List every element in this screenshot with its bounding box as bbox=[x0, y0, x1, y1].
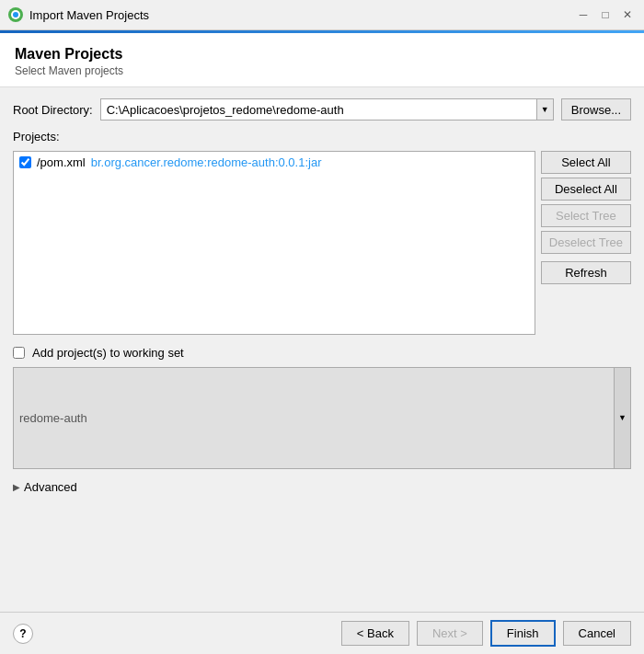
working-set-label: Add project(s) to working set bbox=[32, 346, 184, 360]
dialog-title: Maven Projects bbox=[15, 46, 629, 63]
working-set-combo[interactable]: ▼ bbox=[13, 367, 631, 469]
root-directory-label: Root Directory: bbox=[13, 103, 93, 117]
title-bar: Import Maven Projects ─ □ ✕ bbox=[0, 0, 644, 30]
project-artifact: br.org.cancer.redome:redome-auth:0.0.1:j… bbox=[91, 155, 322, 169]
svg-point-2 bbox=[13, 12, 18, 17]
title-bar-controls: ─ □ ✕ bbox=[574, 6, 637, 24]
dialog-content: Maven Projects Select Maven projects Roo… bbox=[0, 33, 644, 654]
select-all-button[interactable]: Select All bbox=[541, 151, 631, 174]
root-directory-combo[interactable]: ▼ bbox=[100, 98, 554, 120]
working-set-dropdown-arrow[interactable]: ▼ bbox=[614, 368, 630, 468]
root-directory-input[interactable] bbox=[101, 99, 536, 120]
root-directory-dropdown-arrow[interactable]: ▼ bbox=[536, 99, 553, 120]
select-tree-button[interactable]: Select Tree bbox=[541, 204, 631, 227]
advanced-label: Advanced bbox=[24, 480, 77, 494]
finish-button[interactable]: Finish bbox=[490, 620, 556, 647]
projects-label: Projects: bbox=[13, 130, 631, 143]
app-icon bbox=[7, 6, 24, 23]
project-checkbox[interactable] bbox=[19, 156, 31, 168]
browse-button[interactable]: Browse... bbox=[561, 98, 631, 120]
minimize-button[interactable]: ─ bbox=[574, 6, 592, 24]
title-bar-text: Import Maven Projects bbox=[29, 8, 569, 22]
advanced-arrow-icon: ▶ bbox=[13, 482, 20, 492]
projects-list[interactable]: /pom.xml br.org.cancer.redome:redome-aut… bbox=[13, 151, 535, 335]
working-set-input[interactable] bbox=[14, 368, 614, 468]
refresh-button[interactable]: Refresh bbox=[541, 261, 631, 284]
help-button[interactable]: ? bbox=[13, 624, 33, 644]
root-directory-row: Root Directory: ▼ Browse... bbox=[13, 98, 631, 120]
dialog-footer: ? < Back Next > Finish Cancel bbox=[0, 612, 644, 654]
deselect-tree-button[interactable]: Deselect Tree bbox=[541, 231, 631, 254]
working-set-checkbox[interactable] bbox=[13, 347, 25, 359]
next-button[interactable]: Next > bbox=[417, 621, 483, 646]
body-spacer bbox=[13, 501, 631, 602]
advanced-row[interactable]: ▶ Advanced bbox=[13, 480, 631, 494]
deselect-all-button[interactable]: Deselect All bbox=[541, 178, 631, 201]
projects-buttons: Select All Deselect All Select Tree Dese… bbox=[541, 151, 631, 335]
back-button[interactable]: < Back bbox=[341, 621, 409, 646]
projects-area: /pom.xml br.org.cancer.redome:redome-aut… bbox=[13, 151, 631, 335]
close-button[interactable]: ✕ bbox=[618, 6, 637, 24]
maximize-button[interactable]: □ bbox=[596, 6, 615, 24]
dialog-body: Root Directory: ▼ Browse... Projects: /p… bbox=[0, 87, 644, 612]
project-name: /pom.xml bbox=[37, 155, 86, 169]
dialog-header: Maven Projects Select Maven projects bbox=[0, 33, 644, 87]
cancel-button[interactable]: Cancel bbox=[563, 621, 631, 646]
list-item[interactable]: /pom.xml br.org.cancer.redome:redome-aut… bbox=[14, 152, 535, 173]
dialog-subtitle: Select Maven projects bbox=[15, 64, 629, 77]
working-set-row: Add project(s) to working set bbox=[13, 346, 631, 360]
